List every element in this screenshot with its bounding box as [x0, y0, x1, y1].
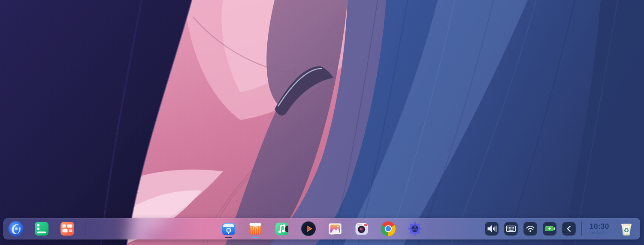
app-control-center[interactable]	[407, 218, 423, 239]
app-file-manager[interactable]	[221, 218, 236, 239]
chrome-icon	[381, 221, 396, 236]
multitasking-view-button[interactable]	[59, 218, 76, 239]
dock-left-group	[8, 218, 85, 239]
deepin-logo-swirl-icon	[8, 220, 24, 237]
chevron-left-icon	[562, 222, 576, 236]
app-image-viewer[interactable]	[327, 218, 343, 239]
movie-play-icon	[301, 221, 316, 237]
file-manager-icon	[221, 221, 236, 236]
list-mode-button[interactable]	[33, 218, 50, 239]
keyboard-icon	[504, 222, 518, 236]
clock-time: 10:30	[588, 223, 611, 230]
app-chrome[interactable]	[381, 218, 396, 239]
speaker-volume-icon	[485, 222, 499, 236]
camera-lens-icon	[354, 221, 369, 236]
tray-network-button[interactable]	[523, 222, 537, 236]
clock-date: 2018/9/12	[588, 231, 611, 235]
tray-keyboard-button[interactable]	[504, 222, 518, 236]
dock: 10:30 2018/9/12 ♻	[3, 218, 640, 239]
settings-gear-icon	[407, 221, 423, 236]
launcher-button[interactable]	[8, 218, 24, 239]
app-camera[interactable]	[354, 218, 369, 239]
tray-battery-button[interactable]	[543, 222, 556, 236]
trash-button[interactable]: ♻	[617, 219, 636, 238]
battery-charging-icon	[543, 222, 556, 236]
running-indicator	[252, 237, 259, 239]
trash-recycle-icon: ♻	[618, 220, 635, 237]
list-view-icon	[33, 221, 50, 237]
dock-divider	[581, 221, 582, 236]
app-music[interactable]	[274, 218, 290, 239]
dock-app-group	[221, 218, 423, 239]
app-store[interactable]	[248, 218, 263, 239]
running-indicator	[225, 237, 232, 239]
desktop-wallpaper	[0, 0, 644, 245]
canyon-wallpaper-art	[0, 0, 644, 245]
clock[interactable]: 10:30 2018/9/12	[588, 223, 611, 235]
svg-text:♻: ♻	[623, 227, 629, 234]
music-note-icon	[274, 221, 290, 236]
app-store-bag-icon	[248, 221, 263, 236]
tray-sound-button[interactable]	[485, 222, 499, 236]
dock-divider	[479, 221, 479, 236]
dock-tray-group: 10:30 2018/9/12 ♻	[479, 218, 636, 239]
dock-divider	[85, 221, 85, 236]
window-tiles-icon	[59, 221, 76, 237]
desktop: 10:30 2018/9/12 ♻	[0, 0, 644, 245]
wifi-icon	[523, 222, 537, 236]
tray-collapse-button[interactable]	[562, 222, 576, 236]
photo-mountain-icon	[327, 221, 343, 236]
app-movie[interactable]	[301, 218, 316, 239]
